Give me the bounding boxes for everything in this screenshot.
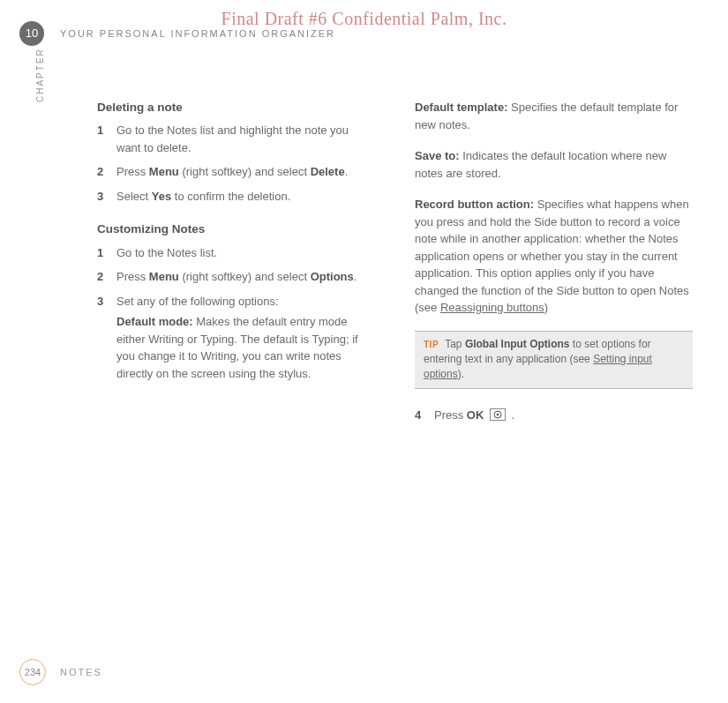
step-text: Go to the Notes list. [116, 244, 375, 262]
default-template-definition: Default template: Specifies the default … [415, 99, 693, 133]
tip-text: Tap [442, 338, 465, 350]
page-footer: 234 NOTES [19, 659, 102, 685]
definition-label: Default template: [415, 101, 507, 114]
record-button-action-definition: Record button action: Specifies what hap… [415, 196, 693, 317]
step-number: 3 [97, 188, 116, 206]
definition-label: Record button action: [415, 198, 534, 211]
svg-point-1 [497, 414, 499, 416]
definition-body: Specifies what happens when you press an… [415, 198, 689, 314]
step-number: 2 [97, 268, 116, 286]
tip-box: TIP Tap Global Input Options to set opti… [415, 331, 693, 389]
list-item: 2 Press Menu (right softkey) and select … [97, 268, 375, 286]
step-number: 1 [97, 244, 116, 262]
steps-customizing: 1 Go to the Notes list. 2 Press Menu (ri… [97, 244, 375, 310]
step-text: Select Yes to confirm the deletion. [116, 188, 375, 206]
step-text: Press Menu (right softkey) and select Op… [116, 268, 375, 286]
list-item: 3 Select Yes to confirm the deletion. [97, 188, 375, 206]
column-right: Default template: Specifies the default … [402, 99, 693, 423]
page-content: Deleting a note 1 Go to the Notes list a… [97, 99, 693, 423]
save-to-definition: Save to: Indicates the default location … [415, 147, 693, 182]
column-left: Deleting a note 1 Go to the Notes list a… [97, 99, 375, 423]
step-4: 4 Press OK . [415, 407, 693, 424]
definition-label: Default mode: [116, 315, 193, 328]
heading-deleting-a-note: Deleting a note [97, 99, 375, 116]
chapter-number-badge: 10 [19, 21, 44, 46]
step-number: 1 [97, 122, 116, 156]
list-item: 1 Go to the Notes list. [97, 244, 375, 262]
tip-marker: TIP [424, 340, 439, 349]
steps-deleting: 1 Go to the Notes list and highlight the… [97, 122, 375, 205]
default-mode-definition: Default mode: Makes the default entry mo… [97, 313, 375, 382]
step-number: 4 [415, 407, 434, 424]
step-text: Press OK . [434, 407, 514, 424]
footer-section-name: NOTES [60, 665, 102, 680]
page-number-badge: 234 [19, 659, 46, 685]
list-item: 2 Press Menu (right softkey) and select … [97, 163, 375, 181]
definition-body-end: ) [544, 301, 548, 314]
tip-text: ). [458, 368, 464, 380]
list-item: 3 Set any of the following options: [97, 293, 375, 310]
step-number: 2 [97, 163, 116, 181]
step-text: Press Menu (right softkey) and select De… [116, 163, 375, 181]
page-header: 10 YOUR PERSONAL INFORMATION ORGANIZER [19, 21, 335, 46]
running-head: YOUR PERSONAL INFORMATION ORGANIZER [60, 26, 335, 41]
tip-bold: Global Input Options [465, 338, 570, 350]
list-item: 1 Go to the Notes list and highlight the… [97, 122, 375, 156]
ok-center-button-icon [490, 408, 506, 421]
step-text: Go to the Notes list and highlight the n… [116, 122, 375, 156]
reassigning-buttons-link[interactable]: Reassigning buttons [440, 301, 544, 314]
definition-label: Save to: [415, 149, 460, 162]
step-number: 3 [97, 293, 116, 310]
heading-customizing-notes: Customizing Notes [97, 221, 375, 238]
chapter-vertical-label: CHAPTER [34, 48, 47, 102]
step-text: Set any of the following options: [116, 293, 375, 310]
